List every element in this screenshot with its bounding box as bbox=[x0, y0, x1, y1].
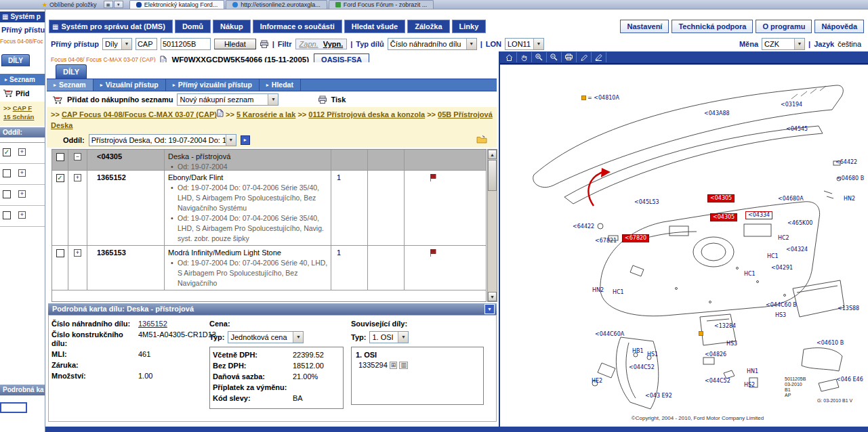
part-callout[interactable]: <044C60A bbox=[595, 331, 624, 338]
part-callout[interactable]: <64422 bbox=[573, 223, 594, 230]
part-callout[interactable]: HS1 bbox=[647, 351, 658, 358]
tab-dropdown-button[interactable]: ▼ bbox=[114, 1, 123, 8]
related-type-select[interactable]: 1. OSI▼ bbox=[369, 331, 409, 343]
tab-list-button[interactable]: ▦ bbox=[104, 1, 113, 8]
part-callout[interactable]: HN1 bbox=[747, 368, 758, 375]
nav-linky[interactable]: Linky bbox=[452, 20, 487, 33]
part-number-cell[interactable]: 1365153 bbox=[87, 246, 165, 290]
part-callout[interactable]: <043A88 bbox=[704, 110, 730, 117]
flag-icon[interactable] bbox=[429, 173, 484, 182]
part-callout[interactable]: HC1 bbox=[613, 289, 624, 296]
browser-tab-ford-focus-fórum-zob[interactable]: Ford Focus Fórum - zobrazit ... bbox=[329, 0, 434, 9]
document-icon[interactable] bbox=[217, 109, 224, 117]
nav-o-programu[interactable]: O programu bbox=[756, 20, 812, 33]
part-number-cell[interactable]: 1365152 bbox=[87, 171, 165, 245]
nav-záložka[interactable]: Záložka bbox=[407, 20, 449, 33]
highlighted-part-callout[interactable]: <67820 bbox=[622, 234, 649, 242]
part-callout[interactable]: <67821 bbox=[595, 238, 617, 244]
print-icon[interactable] bbox=[260, 40, 269, 48]
part-callout[interactable]: HS2 bbox=[744, 382, 755, 389]
illustration-canvas[interactable]: = <04810A<043A88<03194<04545<64422<04680… bbox=[500, 64, 868, 425]
collapse-panel-button[interactable]: ▼ bbox=[484, 304, 495, 314]
part-callout[interactable]: HS3 bbox=[775, 312, 786, 319]
breadcrumb-link-1[interactable]: 5 Karosérie a lak bbox=[236, 110, 295, 118]
part-callout[interactable]: <046 E46 bbox=[836, 376, 863, 383]
search-button[interactable]: Hledat bbox=[214, 39, 256, 49]
scroll-down-button[interactable]: ▼ bbox=[488, 292, 497, 301]
expand-icon[interactable]: + bbox=[18, 190, 26, 198]
part-callout[interactable]: <044C52 bbox=[705, 378, 730, 385]
part-callout[interactable]: <043 E92 bbox=[645, 393, 672, 399]
part-callout[interactable]: <04680 B bbox=[837, 175, 864, 182]
part-callout[interactable]: <04545 bbox=[786, 126, 808, 133]
expand-icon[interactable]: + bbox=[18, 169, 26, 177]
row-checkbox[interactable] bbox=[3, 169, 11, 177]
part-callout[interactable]: <04680A bbox=[778, 196, 804, 202]
sidebar-tab-dily[interactable]: DÍLY bbox=[1, 54, 30, 66]
expand-icon[interactable]: + bbox=[18, 211, 26, 219]
browser-tab-elektronický-katalog[interactable]: Elektronický katalog Ford... bbox=[129, 0, 225, 9]
part-callout[interactable]: <04610 B bbox=[817, 340, 844, 347]
flag-icon[interactable] bbox=[429, 249, 484, 257]
tab-dily[interactable]: DÍLY bbox=[56, 64, 87, 79]
row-checkbox[interactable] bbox=[3, 211, 11, 219]
toolbar-vizuální-přístup[interactable]: ▸Vizuální přístup bbox=[94, 79, 166, 91]
toolbar-hledat[interactable]: ▸Hledat bbox=[260, 79, 301, 91]
part-callout[interactable]: HC2 bbox=[778, 235, 789, 242]
pan-button[interactable] bbox=[517, 52, 532, 62]
part-callout[interactable]: <04826 bbox=[705, 351, 726, 358]
list-icon[interactable]: ▥ bbox=[399, 362, 408, 369]
filter-on-link[interactable]: Zapn. bbox=[299, 40, 318, 48]
nav-nastavení[interactable]: Nastavení bbox=[620, 20, 669, 33]
zoom-out-button[interactable] bbox=[547, 52, 562, 62]
highlighted-part-callout[interactable]: <04334 bbox=[745, 211, 772, 219]
breadcrumb-link-2[interactable]: 0112 Přístrojová deska a konzola bbox=[308, 110, 425, 118]
part-number-link[interactable]: 1365152 bbox=[138, 320, 167, 328]
lon-select[interactable]: LON11▼ bbox=[505, 38, 544, 50]
expand-icon[interactable]: − bbox=[74, 153, 81, 160]
part-type-select[interactable]: Číslo náhradního dílu▼ bbox=[388, 38, 477, 50]
part-callout[interactable]: <03194 bbox=[781, 102, 802, 108]
zoom-in-button[interactable] bbox=[532, 52, 547, 62]
toolbar-přímý-vizuální-přístup[interactable]: ▸Přímý vizuální přístup bbox=[166, 79, 260, 91]
part-callout[interactable]: HB1 bbox=[632, 348, 644, 355]
nav-informace-o-součásti[interactable]: Informace o součásti bbox=[253, 20, 342, 33]
sidebar-breadcrumb-link[interactable]: CAP F bbox=[13, 104, 32, 112]
browser-tab-http-etisonline2-eur[interactable]: http://etisonline2.eurotaxgla... bbox=[226, 0, 327, 9]
breadcrumb-link-0[interactable]: CAP Focus 04-08/Focus C-MAX 03-07 (CAP) bbox=[62, 110, 217, 118]
category-select[interactable]: Díly▼ bbox=[102, 38, 132, 50]
section-select[interactable]: Přístrojová Deska, Od: 19-07-2004 Do: 15… bbox=[89, 134, 236, 146]
expand-icon[interactable]: + bbox=[74, 174, 81, 181]
nav-nápověda[interactable]: Nápověda bbox=[814, 20, 864, 33]
expand-icon[interactable]: + bbox=[18, 148, 26, 156]
part-callout[interactable]: HS3 bbox=[726, 341, 737, 347]
part-callout[interactable]: <044C60 B bbox=[766, 302, 797, 309]
part-callout[interactable]: <04291 bbox=[771, 265, 793, 272]
highlighted-part-callout[interactable]: <04305 bbox=[707, 194, 735, 202]
currency-select[interactable]: CZK▼ bbox=[762, 38, 805, 50]
row-checkbox[interactable] bbox=[56, 249, 64, 257]
part-callout[interactable]: HN2 bbox=[592, 287, 604, 294]
toolbar-seznam[interactable]: ▸Seznam bbox=[47, 79, 94, 91]
grid-icon[interactable]: ⊞ bbox=[390, 362, 398, 369]
nav-nákup[interactable]: Nákup bbox=[213, 20, 251, 33]
favorites-menu[interactable]: ★ Oblíbené položky bbox=[42, 1, 97, 8]
cap-field[interactable] bbox=[136, 38, 157, 50]
folder-icon[interactable] bbox=[476, 135, 487, 144]
highlighted-part-callout[interactable]: <04305 bbox=[710, 213, 737, 221]
filter-off-link[interactable]: Vypn. bbox=[323, 40, 344, 48]
scroll-up-button[interactable]: ▲ bbox=[488, 150, 497, 159]
sidebar-breadcrumb-link2[interactable]: 15 Schrán bbox=[3, 113, 34, 121]
sidebar-add-to-list-button[interactable]: Přid bbox=[3, 89, 29, 98]
shopping-list-select[interactable]: Nový nákupní seznam▼ bbox=[177, 93, 278, 106]
related-part-link[interactable]: 1335294 bbox=[358, 361, 388, 369]
nav-hledat-všude[interactable]: Hledat všude bbox=[344, 20, 405, 33]
erase-button[interactable] bbox=[592, 52, 606, 62]
section-go-button[interactable]: ▸ bbox=[241, 135, 250, 145]
part-callout[interactable]: <13S88 bbox=[838, 305, 859, 312]
row-checkbox[interactable] bbox=[3, 190, 11, 198]
part-callout[interactable]: <045L53 bbox=[634, 199, 659, 206]
nav-technická-podpora[interactable]: Technická podpora bbox=[671, 20, 753, 33]
part-callout[interactable]: = <04810A bbox=[581, 95, 619, 102]
sidebar-breadcrumb[interactable]: >> CAP F 15 Schrán bbox=[0, 102, 45, 126]
